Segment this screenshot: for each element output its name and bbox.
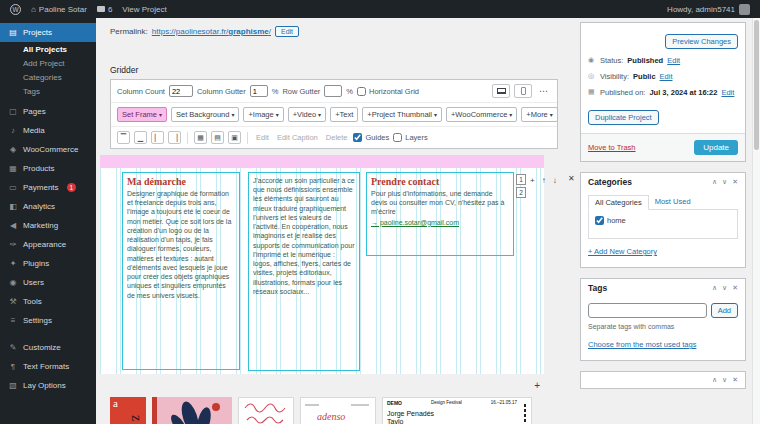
mobile-view-button[interactable] [514,84,532,98]
panel-move-up-icon[interactable]: ∧ [712,376,717,384]
add-text-button[interactable]: +Text [330,107,358,122]
panel-toggle-icon[interactable]: ✕ [732,178,738,186]
desktop-view-button[interactable] [492,84,510,98]
permalink-edit-button[interactable]: Edit [275,26,299,37]
add-project-thumbnail-button[interactable]: +Project Thumbnail▾ [362,107,442,122]
panel-toggle-icon[interactable]: ✕ [732,284,738,292]
sidebar-item-media[interactable]: ♪Media [0,121,96,140]
delete-button[interactable]: Delete [324,133,350,142]
page-number-1[interactable]: 1 [516,174,526,185]
sidebar-item-pages[interactable]: ▢Pages [0,102,96,121]
fit-frame-button[interactable]: ▣ [228,131,241,144]
align-left-button[interactable]: ▏ [151,131,164,144]
panel-move-down-icon[interactable]: ∨ [722,376,727,384]
sidebar-item-plugins[interactable]: ✦Plugins [0,254,96,273]
thumbnail-plant-poster[interactable] [152,397,232,424]
set-background-button[interactable]: Set Background▾ [171,107,239,122]
text-block-middle[interactable]: J'accorde un soin particulier à ce que n… [248,172,360,371]
distribute-grid-button[interactable]: ▦ [194,131,207,144]
sidebar-item-woocommerce[interactable]: ◈WooCommerce [0,140,96,159]
column-count-input[interactable] [169,85,193,97]
guides-toggle[interactable]: Guides [353,133,389,142]
sidebar-subitem-categories[interactable]: Categories [0,70,96,84]
align-bottom-button[interactable]: ▁ [134,131,147,144]
sidebar-item-marketing[interactable]: ◀Marketing [0,216,96,235]
sidebar-item-customize[interactable]: ✎Customize [0,338,96,357]
panel-move-down-icon[interactable]: ∨ [722,178,727,186]
add-woocommerce-button[interactable]: +WooCommerce▾ [446,107,517,122]
category-item-home[interactable]: home [595,216,626,225]
published-edit-link[interactable]: Edit [721,88,734,97]
page-scrollbar[interactable] [752,18,760,424]
align-right-button[interactable]: ▕ [168,131,181,144]
edit-button[interactable]: Edit [254,133,271,142]
sidebar-item-products[interactable]: ▦Products [0,159,96,178]
update-button[interactable]: Update [694,140,738,155]
panel-move-up-icon[interactable]: ∧ [712,178,717,186]
page-number-2[interactable]: 2 [516,187,526,198]
layers-toggle[interactable]: Layers [393,133,428,142]
add-video-button[interactable]: +Video▾ [288,107,326,122]
panel-move-down-icon[interactable]: ∨ [722,284,727,292]
duplicate-project-button[interactable]: Duplicate Project [588,110,659,125]
distribute-rows-button[interactable]: ▤ [211,131,224,144]
horizontal-grid-toggle[interactable]: Horizontal Grid [357,87,419,96]
sidebar-item-tools[interactable]: ⚒Tools [0,292,96,311]
sidebar-item-payments[interactable]: ▭Payments1 [0,178,96,197]
gridder-canvas[interactable]: Ma démarche Designer graphique de format… [100,168,544,374]
thumbnail-demo-poster[interactable]: DEMO Design Festival 16.–21.05.17 Jorge … [382,397,532,424]
category-home-checkbox[interactable] [595,216,604,225]
preview-changes-button[interactable]: Preview Changes [665,34,738,49]
sidebar-subitem-tags[interactable]: Tags [0,84,96,98]
email-link[interactable]: → paoline.sotar@gmail.com [371,219,509,226]
thumbnail-script-poster[interactable] [238,397,294,424]
add-new-category-link[interactable]: + Add New Category [588,247,657,256]
site-name-link[interactable]: ⌂ Paoline Sotar [31,5,87,14]
move-up-icon[interactable]: ↑ [542,176,546,185]
visibility-edit-link[interactable]: Edit [660,72,673,81]
align-top-button[interactable]: ▔ [117,131,130,144]
permalink-url[interactable]: https://paolinesotar.fr/graphisme/ [152,27,271,36]
move-down-icon[interactable]: ↓ [553,176,557,185]
scrollbar-thumb[interactable] [754,20,759,150]
view-project-link[interactable]: View Project [122,5,166,14]
sidebar-item-appearance[interactable]: ✑Appearance [0,235,96,254]
new-tag-input[interactable] [588,303,707,318]
move-to-trash-link[interactable]: Move to Trash [588,143,636,152]
comments-link[interactable]: 6 [97,5,112,14]
set-frame-button[interactable]: Set Frame▾ [117,107,167,122]
sidebar-item-text-formats[interactable]: ¶Text Formats [0,357,96,376]
sidebar-item-analytics[interactable]: ◧Analytics [0,197,96,216]
sidebar-item-projects[interactable]: ▤ Projects [0,23,96,42]
text-block-contact[interactable]: Prendre contact Pour plus d'informations… [366,172,514,256]
add-row-button[interactable]: + [534,380,540,391]
wordpress-logo[interactable]: W [10,4,21,15]
row-gutter-input[interactable] [324,85,342,97]
howdy-menu[interactable]: Howdy, admin5741 [667,5,735,14]
frame-background-bar[interactable] [100,155,544,168]
layers-checkbox[interactable] [393,133,402,142]
more-options-button[interactable]: ⋯ [536,86,551,96]
edit-caption-button[interactable]: Edit Caption [275,133,320,142]
sidebar-item-settings[interactable]: ≡Settings [0,311,96,330]
thumbnail-az-poster[interactable]: a z [110,397,146,424]
status-edit-link[interactable]: Edit [667,56,680,65]
thumbnail-adenso-poster[interactable]: adenso [300,397,376,424]
choose-most-used-tags-link[interactable]: Choose from the most used tags [588,340,696,349]
sidebar-subitem-all-projects[interactable]: All Projects [0,42,96,56]
panel-move-up-icon[interactable]: ∧ [712,284,717,292]
sidebar-item-lay-options[interactable]: ▧Lay Options [0,376,96,395]
add-page-icon[interactable]: + [530,176,535,185]
panel-toggle-icon[interactable]: ✕ [732,376,738,384]
column-gutter-input[interactable] [250,85,268,97]
guides-checkbox[interactable] [353,133,362,142]
sidebar-item-users[interactable]: ◉Users [0,273,96,292]
close-icon[interactable]: ✕ [568,174,575,183]
add-tag-button[interactable]: Add [711,303,738,318]
tab-most-used[interactable]: Most Used [649,195,697,210]
sidebar-subitem-add-project[interactable]: Add Project [0,56,96,70]
add-more-button[interactable]: +More▾ [521,107,557,122]
tab-all-categories[interactable]: All Categories [588,195,649,210]
horizontal-grid-checkbox[interactable] [357,87,366,96]
text-block-demarche[interactable]: Ma démarche Designer graphique de format… [122,172,240,370]
